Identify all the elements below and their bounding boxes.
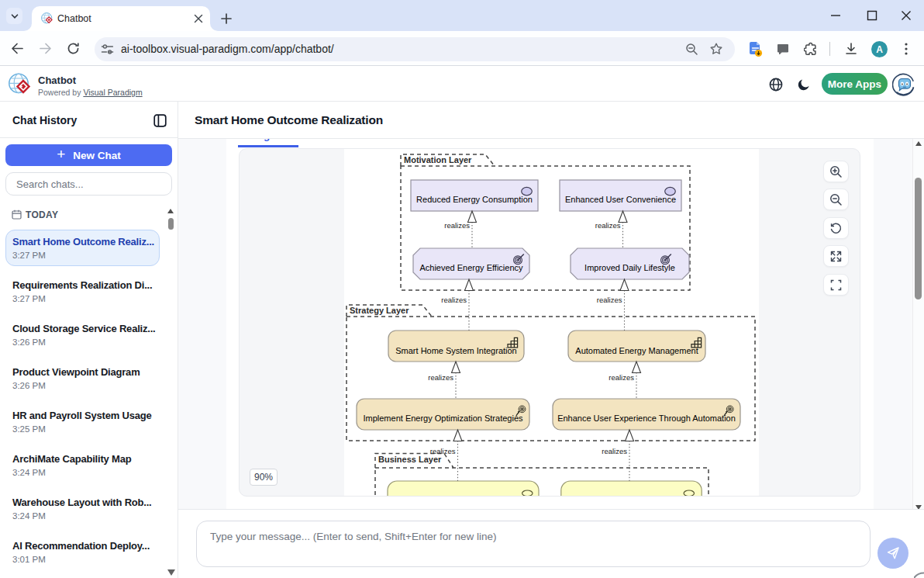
svg-text:Business Layer: Business Layer (378, 455, 442, 464)
svg-text:realizes: realizes (595, 221, 621, 230)
svg-text:Smart Home System Integration: Smart Home System Integration (395, 346, 517, 355)
svg-text:Strategy Layer: Strategy Layer (350, 306, 409, 315)
svg-text:realizes: realizes (597, 296, 622, 304)
svg-text:Achieved Energy Efficiency: Achieved Energy Efficiency (419, 263, 523, 272)
svg-text:realizes: realizes (444, 221, 470, 230)
svg-text:Enhanced User Convenience: Enhanced User Convenience (565, 195, 676, 204)
svg-text:realizes: realizes (430, 447, 456, 455)
svg-text:Automated Energy Management: Automated Energy Management (575, 346, 698, 355)
svg-text:Improved Daily Lifestyle: Improved Daily Lifestyle (584, 263, 675, 272)
svg-text:realizes: realizes (428, 373, 453, 382)
svg-text:realizes: realizes (441, 296, 467, 304)
svg-text:realizes: realizes (609, 373, 634, 382)
svg-text:Implement Energy Optimization: Implement Energy Optimization Strategies (363, 414, 523, 423)
svg-text:realizes: realizes (602, 447, 627, 455)
svg-text:Reduced Energy Consumption: Reduced Energy Consumption (416, 195, 533, 204)
svg-text:Motivation Layer: Motivation Layer (404, 155, 472, 164)
svg-text:Enhance User Experience Throug: Enhance User Experience Through Automati… (557, 414, 736, 423)
